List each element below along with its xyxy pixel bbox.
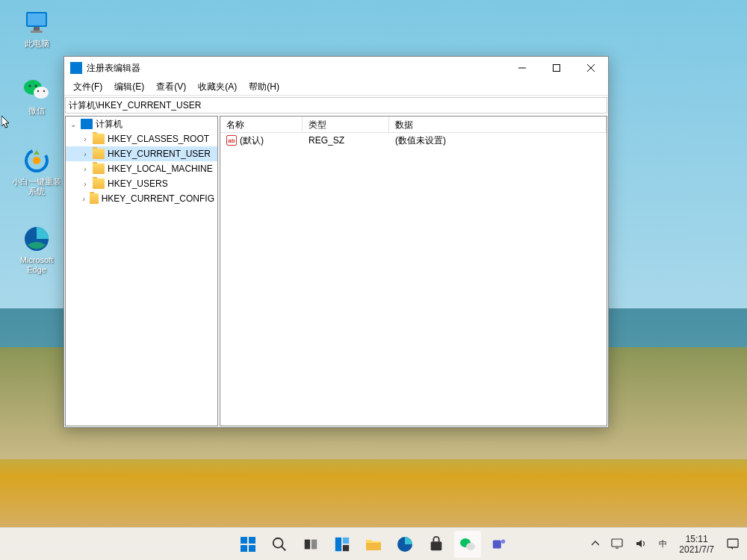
tree-root-label: 计算机 [96,118,123,131]
edge-button[interactable] [391,531,418,558]
tree-item-hkcc[interactable]: › HKEY_CURRENT_CONFIG [66,191,217,206]
desktop-icon-reinstall[interactable]: 小白一键重装系统 [10,146,63,196]
svg-point-5 [34,87,49,99]
value-data: (数值未设置) [389,133,607,149]
desktop-icon-label: 此电脑 [10,39,63,49]
titlebar[interactable]: 注册表编辑器 [64,57,608,79]
svg-rect-35 [612,539,622,547]
svg-point-7 [35,85,37,87]
expand-icon[interactable]: › [81,135,90,143]
folder-icon [93,149,105,159]
window-title: 注册表编辑器 [87,62,505,75]
folder-icon [93,164,105,174]
svg-rect-30 [431,541,442,550]
menu-help[interactable]: 帮助(H) [243,79,285,95]
tray-monitor-icon[interactable] [608,536,626,553]
tree-item-hkcr[interactable]: › HKEY_CLASSES_ROOT [66,131,217,146]
tree-item-hkcu[interactable]: › HKEY_CURRENT_USER [66,146,217,161]
search-button[interactable] [266,531,293,558]
svg-point-6 [29,85,31,87]
tray-time: 15:11 [679,534,714,544]
maximize-button[interactable] [539,57,574,79]
tree-item-label: HKEY_CURRENT_CONFIG [102,193,214,204]
string-value-icon: ab [226,135,237,146]
tree-panel: ⌄ 计算机 › HKEY_CLASSES_ROOT › HKEY_CURRENT… [65,116,218,426]
tray-overflow[interactable] [589,538,602,550]
desktop-icon-wechat[interactable]: 微信 [10,75,63,116]
tree-item-hklm[interactable]: › HKEY_LOCAL_MACHINE [66,161,217,176]
desktop-icon-edge[interactable]: Microsoft Edge [10,224,63,275]
computer-icon [81,119,93,129]
tray-notifications-icon[interactable] [723,535,743,553]
list-row[interactable]: ab (默认) REG_SZ (数值未设置) [220,133,607,148]
svg-rect-37 [728,539,738,547]
expand-icon[interactable]: › [81,150,90,158]
svg-rect-26 [343,537,349,543]
collapse-icon[interactable]: ⌄ [69,120,78,128]
col-data[interactable]: 数据 [389,116,607,132]
regedit-window: 注册表编辑器 文件(F) 编辑(E) 查看(V) 收藏夹(A) 帮助(H) 计算… [63,56,609,428]
svg-rect-33 [493,540,501,548]
address-bar[interactable]: 计算机\HKEY_CURRENT_USER [65,97,607,113]
reinstall-icon [22,146,52,175]
svg-rect-3 [31,31,43,33]
svg-rect-27 [343,544,349,550]
menu-file[interactable]: 文件(F) [67,79,108,95]
teams-button[interactable] [486,531,512,558]
svg-point-8 [37,90,39,92]
list-panel: 名称 类型 数据 ab (默认) REG_SZ (数值未设置) [220,116,607,426]
task-view-button[interactable] [297,531,324,558]
monitor-icon [22,7,52,37]
taskbar: 中 15:11 2021/7/7 [0,527,747,560]
tray-volume-icon[interactable] [632,536,650,553]
svg-point-11 [33,157,40,164]
svg-rect-14 [554,65,560,72]
svg-rect-2 [34,27,40,31]
svg-rect-18 [249,537,255,544]
desktop-icon-label: 小白一键重装系统 [10,177,63,196]
wechat-icon [22,75,52,105]
svg-rect-1 [28,13,46,25]
tree-item-label: HKEY_LOCAL_MACHINE [108,164,213,174]
menu-view[interactable]: 查看(V) [150,79,192,95]
expand-icon[interactable]: › [81,165,90,173]
tree-item-hku[interactable]: › HKEY_USERS [66,176,217,191]
svg-rect-23 [305,539,310,549]
tree-root[interactable]: ⌄ 计算机 [66,116,217,131]
tree-item-label: HKEY_CURRENT_USER [108,149,211,159]
tree-item-label: HKEY_CLASSES_ROOT [108,134,209,144]
svg-rect-17 [241,537,247,544]
value-type: REG_SZ [303,134,389,147]
svg-rect-25 [335,537,341,550]
start-button[interactable] [235,531,261,558]
store-button[interactable] [423,531,450,558]
close-button[interactable] [574,57,608,79]
svg-point-32 [466,543,475,550]
col-type[interactable]: 类型 [303,116,389,132]
expand-icon[interactable]: › [81,180,90,188]
svg-rect-20 [249,545,255,552]
menu-favorites[interactable]: 收藏夹(A) [192,79,243,95]
desktop-icon-this-pc[interactable]: 此电脑 [10,7,63,49]
svg-point-9 [43,90,45,92]
explorer-button[interactable] [360,531,387,558]
minimize-button[interactable] [505,57,539,79]
tray-ime[interactable]: 中 [656,537,670,551]
menubar: 文件(F) 编辑(E) 查看(V) 收藏夹(A) 帮助(H) [64,79,608,96]
wechat-button[interactable] [454,531,481,558]
regedit-icon [70,62,82,74]
folder-icon [93,178,105,189]
tray-date: 2021/7/7 [679,544,714,555]
col-name[interactable]: 名称 [220,116,303,132]
svg-rect-24 [311,539,317,549]
svg-point-34 [501,539,506,544]
tray-clock[interactable]: 15:11 2021/7/7 [676,532,717,556]
edge-icon [22,224,52,254]
svg-line-22 [282,546,286,550]
svg-rect-19 [241,545,247,552]
menu-edit[interactable]: 编辑(E) [108,79,150,95]
desktop-icon-label: 微信 [10,106,63,116]
widgets-button[interactable] [329,531,356,558]
expand-icon[interactable]: › [81,195,87,203]
tree-item-label: HKEY_USERS [108,178,168,189]
